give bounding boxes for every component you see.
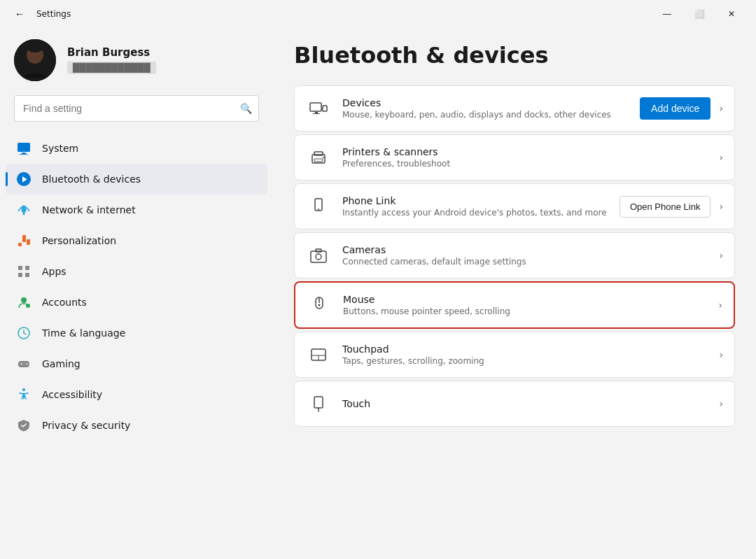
touch-chevron: › — [719, 398, 723, 409]
sidebar-item-privacy-label: Privacy & security — [42, 420, 130, 431]
svg-point-17 — [26, 304, 30, 308]
settings-item-cameras[interactable]: Cameras Connected cameras, default image… — [295, 233, 734, 278]
printers-text: Printers & scanners Preferences, trouble… — [342, 146, 705, 169]
back-button[interactable]: ← — [8, 3, 31, 25]
sidebar-item-apps-label: Apps — [42, 266, 66, 277]
sidebar-item-accounts-label: Accounts — [42, 297, 87, 308]
touchpad-chevron: › — [719, 349, 723, 360]
time-icon — [15, 325, 32, 341]
cameras-desc: Connected cameras, default image setting… — [342, 257, 705, 267]
sidebar-item-bluetooth-label: Bluetooth & devices — [42, 174, 141, 185]
svg-point-34 — [318, 208, 319, 210]
mouse-desc: Buttons, mouse pointer speed, scrolling — [343, 306, 704, 316]
sidebar-item-gaming[interactable]: Gaming — [6, 348, 267, 379]
devices-text: Devices Mouse, keyboard, pen, audio, dis… — [342, 97, 629, 120]
svg-point-23 — [27, 364, 28, 365]
user-info: Brian Burgess ████████████ — [67, 46, 156, 74]
touch-action: › — [716, 398, 723, 409]
phonelink-desc: Instantly access your Android device's p… — [342, 208, 608, 218]
devices-chevron: › — [719, 103, 723, 114]
svg-rect-6 — [20, 154, 28, 155]
settings-item-touchpad[interactable]: Touchpad Taps, gestures, scrolling, zoom… — [295, 332, 734, 377]
window-controls: — ⬜ ✕ — [651, 3, 748, 25]
sidebar-item-system[interactable]: System — [6, 133, 267, 164]
svg-rect-44 — [314, 397, 323, 408]
system-icon — [15, 140, 32, 157]
sidebar-item-network[interactable]: Network & internet — [6, 194, 267, 225]
touch-title: Touch — [342, 398, 705, 409]
sidebar-item-apps[interactable]: Apps — [6, 256, 267, 287]
devices-title: Devices — [342, 97, 629, 108]
search-box: 🔍 — [14, 95, 259, 122]
maximize-button[interactable]: ⬜ — [683, 3, 715, 25]
svg-point-40 — [318, 304, 321, 306]
svg-point-16 — [21, 297, 27, 303]
svg-rect-31 — [314, 159, 323, 162]
svg-rect-10 — [22, 235, 26, 242]
sidebar-item-personalization-label: Personalization — [42, 235, 116, 246]
svg-rect-26 — [323, 106, 327, 111]
svg-rect-30 — [314, 152, 323, 155]
phonelink-text: Phone Link Instantly access your Android… — [342, 195, 608, 218]
phonelink-chevron: › — [719, 201, 723, 212]
settings-item-phonelink[interactable]: Phone Link Instantly access your Android… — [295, 184, 734, 229]
sidebar-item-bluetooth[interactable]: Bluetooth & devices — [6, 164, 267, 194]
search-input[interactable] — [14, 95, 259, 122]
sidebar-item-personalization[interactable]: Personalization — [6, 225, 267, 256]
touchpad-desc: Taps, gestures, scrolling, zooming — [342, 356, 705, 366]
cameras-action: › — [716, 250, 723, 261]
personalization-icon — [15, 232, 32, 249]
devices-desc: Mouse, keyboard, pen, audio, displays an… — [342, 110, 629, 120]
mouse-chevron: › — [718, 299, 722, 311]
svg-rect-25 — [310, 103, 321, 111]
user-email: ████████████ — [67, 62, 156, 74]
sidebar: Brian Burgess ████████████ 🔍 System — [0, 28, 273, 559]
settings-item-touch[interactable]: Touch › — [295, 381, 734, 426]
settings-card-touchpad: Touchpad Taps, gestures, scrolling, zoom… — [294, 332, 735, 378]
phonelink-icon — [306, 194, 331, 219]
network-icon — [15, 201, 32, 218]
gaming-icon — [15, 355, 32, 372]
svg-rect-12 — [18, 266, 22, 270]
settings-card-printers: Printers & scanners Preferences, trouble… — [294, 134, 735, 181]
user-name: Brian Burgess — [67, 46, 156, 59]
mouse-title: Mouse — [343, 294, 704, 305]
touch-icon — [306, 391, 331, 416]
open-phone-button[interactable]: Open Phone Link — [620, 196, 710, 218]
touchpad-title: Touchpad — [342, 344, 705, 355]
settings-item-mouse[interactable]: Mouse Buttons, mouse pointer speed, scro… — [295, 283, 734, 327]
devices-icon — [306, 96, 331, 121]
settings-item-devices[interactable]: Devices Mouse, keyboard, pen, audio, dis… — [295, 86, 734, 131]
sidebar-item-privacy[interactable]: Privacy & security — [6, 410, 267, 441]
svg-rect-13 — [25, 266, 29, 270]
sidebar-item-accessibility-label: Accessibility — [42, 389, 102, 400]
close-button[interactable]: ✕ — [715, 3, 748, 25]
sidebar-item-accessibility[interactable]: Accessibility — [6, 379, 267, 410]
sidebar-item-time[interactable]: Time & language — [6, 318, 267, 348]
printers-chevron: › — [719, 152, 723, 163]
accessibility-icon — [15, 386, 32, 403]
svg-rect-11 — [27, 239, 30, 245]
cameras-chevron: › — [719, 250, 723, 261]
svg-rect-4 — [18, 143, 30, 152]
settings-card-cameras: Cameras Connected cameras, default image… — [294, 232, 735, 278]
svg-rect-15 — [25, 273, 29, 277]
cameras-text: Cameras Connected cameras, default image… — [342, 244, 705, 267]
settings-item-printers[interactable]: Printers & scanners Preferences, trouble… — [295, 135, 734, 180]
mouse-text: Mouse Buttons, mouse pointer speed, scro… — [343, 294, 704, 316]
accounts-icon — [15, 294, 32, 311]
mouse-icon — [307, 292, 332, 318]
app-body: Brian Burgess ████████████ 🔍 System — [0, 28, 756, 559]
add-device-button[interactable]: Add device — [640, 97, 710, 120]
user-profile: Brian Burgess ████████████ — [0, 28, 273, 95]
settings-card-phonelink: Phone Link Instantly access your Android… — [294, 183, 735, 229]
sidebar-item-network-label: Network & internet — [42, 204, 136, 215]
sidebar-item-accounts[interactable]: Accounts — [6, 287, 267, 318]
printers-icon — [306, 145, 331, 170]
printers-desc: Preferences, troubleshoot — [342, 159, 705, 169]
page-title: Bluetooth & devices — [294, 42, 735, 69]
app-title: Settings — [36, 9, 71, 19]
phonelink-title: Phone Link — [342, 195, 608, 206]
minimize-button[interactable]: — — [651, 3, 683, 25]
svg-rect-35 — [311, 251, 326, 262]
